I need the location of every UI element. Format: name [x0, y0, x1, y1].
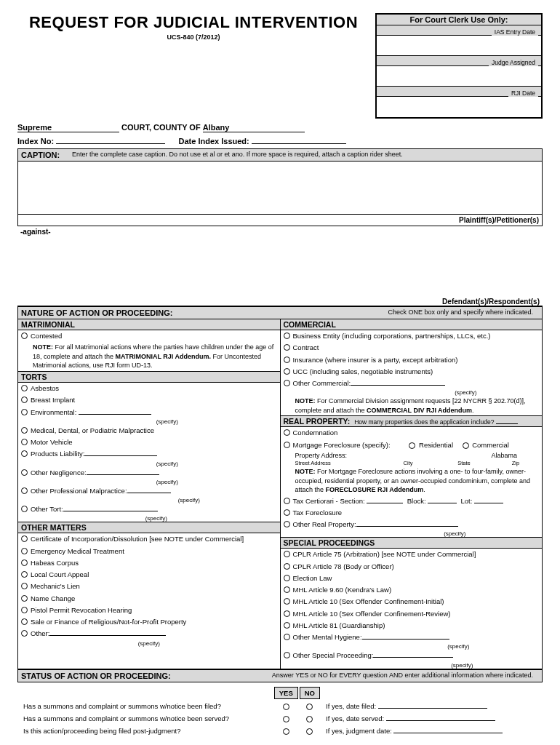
radio-other-tort[interactable] — [21, 506, 28, 512]
tort-specify[interactable] — [63, 511, 158, 511]
no-header: NO — [300, 687, 320, 699]
radio-mhl960[interactable] — [284, 586, 290, 593]
radio-emerg[interactable] — [21, 548, 28, 554]
radio-products[interactable] — [21, 450, 28, 457]
specify-label: (specify) — [98, 418, 236, 425]
judge-label: Judge Assigned — [489, 59, 538, 66]
radio-mech[interactable] — [21, 583, 28, 589]
radio-residential[interactable] — [409, 442, 415, 449]
radio-motor[interactable] — [21, 439, 28, 445]
status-table: YES NO Has a summons and complaint or su… — [17, 685, 543, 738]
matrimonial-header: MATRIMONIAL — [18, 319, 280, 330]
radio-election[interactable] — [284, 575, 290, 581]
q1-yes[interactable] — [283, 704, 289, 710]
lot-field[interactable] — [474, 503, 503, 503]
radio-other-matter[interactable] — [21, 630, 28, 637]
q1-followup: If yes, date filed: — [326, 702, 376, 710]
q2-yes[interactable] — [283, 716, 289, 722]
radio-cert[interactable] — [21, 535, 28, 542]
other-mh-specify[interactable] — [362, 639, 449, 640]
radio-env[interactable] — [21, 409, 28, 415]
neg-specify[interactable] — [87, 474, 159, 475]
radio-other-real[interactable] — [284, 521, 290, 527]
section-field[interactable] — [367, 503, 403, 503]
radio-name[interactable] — [21, 595, 28, 602]
radio-local[interactable] — [21, 571, 28, 578]
yes-header: YES — [274, 687, 298, 699]
defendant-area[interactable]: Defendant(s)/Respondent(s) — [17, 237, 543, 306]
index-no-field[interactable] — [56, 143, 165, 144]
ias-entry-field[interactable] — [377, 36, 541, 56]
radio-other-mh[interactable] — [284, 634, 290, 640]
q3-text: Is this action/proceeding being filed po… — [19, 725, 273, 736]
form-code: UCS-840 (7/2012) — [17, 33, 369, 41]
radio-ucc[interactable] — [284, 368, 290, 375]
radio-cond[interactable] — [284, 429, 290, 436]
radio-tax-cert[interactable] — [284, 498, 290, 504]
property-address-row: Property Address: Alabama — [281, 451, 543, 460]
products-specify[interactable] — [84, 455, 157, 456]
status-header: STATUS OF ACTION OR PROCEEDING: Answer Y… — [17, 669, 543, 682]
radio-tax-fore[interactable] — [284, 509, 290, 516]
q3-date-field[interactable] — [393, 733, 503, 733]
radio-other-sp[interactable] — [284, 652, 290, 658]
other-real-specify[interactable] — [356, 526, 458, 527]
radio-contested[interactable] — [21, 332, 28, 339]
judge-field[interactable] — [377, 66, 541, 87]
other-matters-header: OTHER MATTERS — [18, 522, 280, 533]
q1-no[interactable] — [306, 704, 313, 710]
court-label: COURT, COUNTY OF — [121, 123, 201, 132]
radio-sale[interactable] — [21, 618, 28, 625]
other-com-specify[interactable] — [351, 385, 445, 386]
commercial-note: NOTE: For Commercial Division assignment… — [281, 396, 543, 415]
q3-no[interactable] — [306, 728, 313, 735]
radio-commercial-prop[interactable] — [463, 442, 469, 449]
county-field[interactable]: Albany — [203, 123, 305, 132]
radio-breast[interactable] — [21, 397, 28, 403]
radio-biz[interactable] — [284, 332, 290, 339]
caption-label: CAPTION: — [21, 151, 72, 159]
plaintiff-area[interactable] — [18, 162, 542, 214]
against-label: -against- — [20, 228, 543, 236]
q2-no[interactable] — [306, 716, 313, 722]
radio-asbestos[interactable] — [21, 385, 28, 391]
date-index-label: Date Index Issued: — [179, 137, 249, 146]
court-type-field[interactable]: Supreme — [17, 123, 119, 132]
radio-mhl81[interactable] — [284, 622, 290, 629]
prop-count-field[interactable] — [496, 423, 518, 424]
clerk-header: For Court Clerk Use Only: — [377, 15, 541, 25]
q1-date-field[interactable] — [378, 708, 487, 709]
q2-date-field[interactable] — [386, 720, 495, 721]
env-specify[interactable] — [79, 414, 151, 415]
address-labels: Street AddressCityStateZip — [281, 460, 543, 466]
radio-mort[interactable] — [284, 442, 290, 448]
caption-box: CAPTION: Enter the complete case caption… — [17, 148, 543, 226]
real-prop-header: REAL PROPERTY: How many properties does … — [281, 415, 543, 427]
radio-mhl10i[interactable] — [284, 598, 290, 605]
radio-other-prof[interactable] — [21, 487, 28, 494]
radio-c78[interactable] — [284, 563, 290, 570]
q1-text: Has a summons and complaint or summons w… — [19, 701, 273, 712]
block-field[interactable] — [428, 503, 457, 503]
ias-label: IAS Entry Date — [492, 28, 538, 36]
radio-contract[interactable] — [284, 344, 290, 351]
prof-specify[interactable] — [127, 493, 171, 493]
date-index-field[interactable] — [252, 143, 346, 144]
q3-yes[interactable] — [283, 728, 289, 735]
radio-pistol[interactable] — [21, 607, 28, 613]
plaintiff-label: Plaintiff(s)/Petitioner(s) — [18, 214, 542, 226]
radio-habeas[interactable] — [21, 559, 28, 566]
commercial-header: COMMERCIAL — [281, 319, 543, 330]
radio-other-neg[interactable] — [21, 469, 28, 476]
q2-followup: If yes, date served: — [326, 714, 384, 722]
other-matter-specify[interactable] — [49, 635, 166, 636]
rji-field[interactable] — [377, 97, 541, 117]
radio-c75[interactable] — [284, 551, 290, 557]
radio-medical[interactable] — [21, 427, 28, 434]
radio-mhl10r[interactable] — [284, 610, 290, 617]
clerk-use-box: For Court Clerk Use Only: IAS Entry Date… — [375, 13, 543, 119]
other-sp-specify[interactable] — [373, 657, 453, 658]
form-title: REQUEST FOR JUDICIAL INTERVENTION — [17, 13, 369, 32]
radio-other-com[interactable] — [284, 380, 290, 386]
radio-ins[interactable] — [284, 356, 290, 363]
